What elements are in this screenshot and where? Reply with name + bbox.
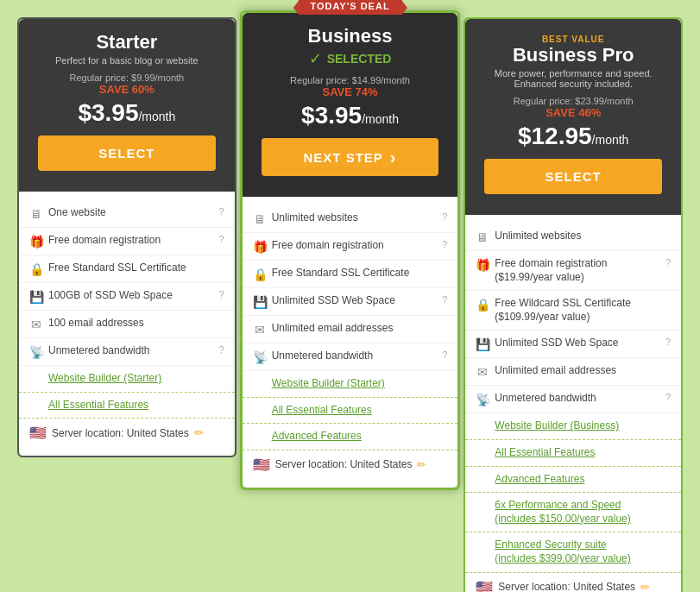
feature-item: All Essential Features [465, 440, 681, 467]
feature-help-icon[interactable]: ? [219, 206, 224, 217]
server-location: 🇺🇸 Server location: United States ✏ [465, 573, 681, 592]
feature-icon: 🖥 [29, 207, 43, 221]
feature-item: ✉ 100 email addresses [19, 311, 235, 338]
feature-help-icon[interactable]: ? [219, 289, 224, 299]
feature-item: 🔒 Free Wildcard SSL Certificate($109.99/… [465, 291, 681, 331]
feature-item: 🎁 Free domain registration ? [19, 228, 235, 255]
feature-item: Advanced Features [243, 424, 458, 450]
save-text: SAVE 60% [29, 83, 224, 96]
feature-item: Enhanced Security suite(includes $399.00… [465, 532, 681, 572]
feature-icon: 📡 [29, 345, 43, 359]
plan-features: 🖥 Unlimited websites 🎁 Free domain regis… [465, 215, 681, 592]
feature-text: Unmetered bandwidth [272, 350, 438, 363]
feature-item: Website Builder (Business) [465, 413, 681, 440]
plans-container: Starter Perfect for a basic blog or webs… [17, 17, 683, 592]
feature-link[interactable]: 6x Performance and Speed(includes $150.0… [495, 499, 671, 526]
feature-icon: 🖥 [476, 230, 489, 244]
feature-icon: 🖥 [253, 212, 267, 226]
feature-text: 100 email addresses [48, 317, 224, 331]
feature-link[interactable]: Website Builder (Starter) [272, 377, 448, 391]
plan-name: Business [253, 25, 448, 47]
feature-item: 📡 Unmetered bandwidth ? [19, 338, 235, 366]
plan-price: $3.95/month [29, 99, 224, 127]
feature-icon: 🔒 [29, 262, 43, 276]
flag-icon: 🇺🇸 [476, 579, 493, 592]
feature-link[interactable]: Website Builder (Business) [495, 419, 671, 433]
feature-link[interactable]: Advanced Features [495, 473, 671, 487]
feature-text: Free Standard SSL Certificate [272, 267, 448, 280]
feature-text: Unlimited SSD Web Space [495, 337, 660, 350]
feature-help-icon[interactable]: ? [442, 239, 447, 249]
plan-features: 🖥 One website ? 🎁 Free domain registrati… [19, 192, 235, 456]
feature-item: 🎁 Free domain registration ? [243, 233, 458, 261]
save-text: SAVE 74% [253, 85, 448, 98]
edit-icon[interactable]: ✏ [417, 458, 426, 471]
todays-deal-badge: TODAY'S DEAL [298, 0, 401, 15]
feature-link[interactable]: Advanced Features [272, 430, 448, 444]
server-location: 🇺🇸 Server location: United States ✏ [243, 450, 458, 479]
feature-item: ✉ Unlimited email addresses [243, 316, 458, 343]
feature-text: Free Wildcard SSL Certificate($109.99/ye… [495, 297, 671, 324]
feature-item: 💾 Unlimited SSD Web Space ? [465, 331, 681, 358]
best-value-badge: BEST VALUE [476, 35, 671, 44]
feature-icon: 🎁 [29, 235, 43, 249]
plan-tagline: More power, performance and speed. Enhan… [476, 68, 671, 89]
feature-help-icon[interactable]: ? [665, 392, 671, 402]
feature-icon: 💾 [29, 290, 43, 304]
feature-help-icon[interactable]: ? [665, 257, 671, 268]
feature-text: Free domain registration [272, 239, 438, 253]
edit-icon[interactable]: ✏ [194, 426, 204, 439]
feature-icon: ✉ [476, 365, 489, 379]
server-location-text: Server location: United States [52, 427, 189, 439]
feature-link[interactable]: All Essential Features [495, 446, 671, 460]
feature-item: 📡 Unmetered bandwidth ? [243, 343, 458, 371]
feature-link[interactable]: All Essential Features [48, 399, 224, 413]
regular-price: Regular price: $9.99/month [29, 72, 224, 83]
feature-help-icon[interactable]: ? [219, 234, 224, 244]
plan-price: $12.95/month [476, 123, 671, 150]
check-icon: ✓ [309, 49, 322, 68]
feature-help-icon[interactable]: ? [442, 350, 447, 360]
feature-help-icon[interactable]: ? [442, 294, 447, 305]
feature-item: 🖥 Unlimited websites [465, 224, 681, 251]
feature-text: Unlimited email addresses [495, 364, 671, 378]
feature-item: 💾 100GB of SSD Web Space ? [19, 283, 235, 311]
plan-price: $3.95/month [253, 102, 448, 129]
server-location-text: Server location: United States [498, 581, 635, 592]
feature-item: 🔒 Free Standard SSL Certificate [19, 255, 235, 283]
feature-text: Unlimited websites [495, 230, 671, 243]
feature-item: Website Builder (Starter) [19, 366, 235, 393]
plan-header: BEST VALUE Business Pro More power, perf… [465, 19, 681, 215]
feature-icon: 🎁 [253, 240, 267, 254]
price-period: /month [138, 110, 175, 123]
plan-tagline: Perfect for a basic blog or website [29, 55, 224, 66]
feature-item: ✉ Unlimited email addresses [465, 358, 681, 386]
feature-item: Advanced Features [465, 467, 681, 494]
plan-select-button[interactable]: SELECT [38, 135, 216, 171]
feature-link[interactable]: Website Builder (Starter) [48, 372, 224, 386]
price-period: /month [592, 133, 629, 147]
feature-link[interactable]: Enhanced Security suite(includes $399.00… [495, 538, 671, 565]
feature-item: Website Builder (Starter) [243, 371, 458, 398]
feature-text: Unmetered bandwidth [48, 344, 214, 358]
feature-help-icon[interactable]: ? [665, 337, 671, 347]
feature-item: 🔒 Free Standard SSL Certificate [243, 261, 458, 288]
feature-icon: 💾 [476, 337, 489, 351]
plan-select-button[interactable]: NEXT STEP [262, 138, 439, 176]
edit-icon[interactable]: ✏ [640, 581, 650, 592]
plan-select-button[interactable]: SELECT [484, 159, 662, 194]
feature-link[interactable]: All Essential Features [272, 404, 448, 418]
feature-item: 6x Performance and Speed(includes $150.0… [465, 493, 681, 532]
feature-icon: 📡 [253, 350, 267, 364]
server-location-text: Server location: United States [275, 458, 413, 470]
feature-help-icon[interactable]: ? [442, 211, 447, 222]
feature-icon: 🔒 [253, 268, 267, 281]
regular-price: Regular price: $14.99/month [253, 75, 448, 85]
feature-text: 100GB of SSD Web Space [48, 289, 214, 303]
feature-icon: 🎁 [476, 258, 489, 272]
plan-starter: Starter Perfect for a basic blog or webs… [17, 17, 236, 457]
feature-item: 📡 Unmetered bandwidth ? [465, 386, 681, 413]
feature-help-icon[interactable]: ? [219, 344, 224, 355]
feature-text: One website [48, 206, 214, 220]
plan-header: Starter Perfect for a basic blog or webs… [19, 19, 235, 192]
